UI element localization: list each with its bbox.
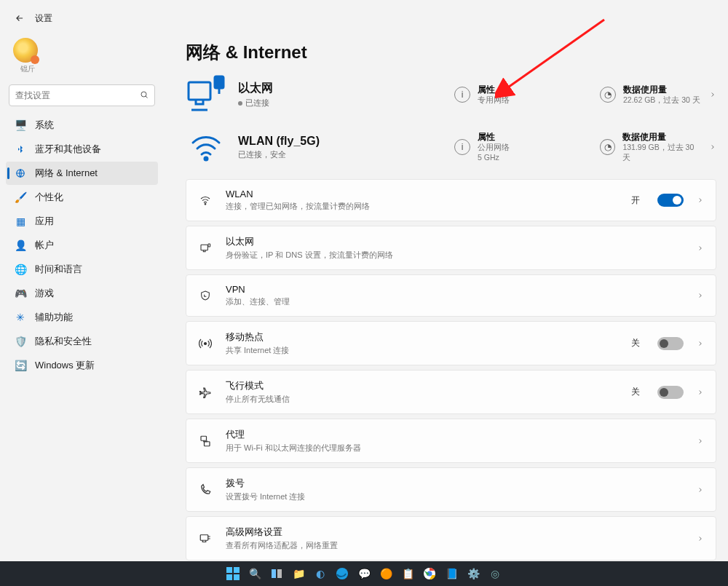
chevron-right-icon [697, 197, 704, 204]
chevron-right-icon [697, 535, 704, 542]
chevron-right-icon [709, 143, 716, 151]
row-airplane[interactable]: 飞行模式停止所有无线通信 关 [186, 371, 716, 413]
wlan-name: WLAN (fly_5G) [238, 135, 454, 148]
wifi-icon [186, 127, 226, 167]
network-icon [15, 167, 26, 179]
data-icon: ◔ [600, 139, 615, 155]
avatar-label: 锟斤 [20, 64, 151, 74]
main-content: 网络 & Internet 以太网 已连接 i 属性 专用网络 [164, 31, 728, 562]
chevron-right-icon [697, 437, 704, 445]
wlan-status: 已连接，安全 [238, 149, 286, 160]
start-button[interactable] [224, 565, 242, 582]
chevron-right-icon [709, 91, 716, 98]
svg-rect-11 [200, 534, 208, 540]
hotspot-toggle[interactable] [657, 337, 684, 350]
nav-bluetooth[interactable]: 蓝牙和其他设备 [6, 138, 158, 161]
taskbar-settings-icon[interactable]: ⚙️ [464, 565, 482, 582]
nav-privacy[interactable]: 🛡️隐私和安全性 [6, 330, 158, 353]
row-advanced[interactable]: 高级网络设置查看所有网络适配器，网络重置 [186, 517, 716, 560]
chevron-right-icon [697, 245, 704, 252]
shield-icon: 🛡️ [15, 336, 26, 347]
taskbar-app2-icon[interactable]: 🟠 [377, 565, 395, 582]
svg-rect-13 [226, 567, 232, 573]
globe-icon: 🌐 [15, 264, 26, 275]
svg-rect-15 [226, 574, 232, 580]
svg-point-19 [336, 568, 348, 579]
svg-rect-18 [277, 569, 282, 578]
ethernet-name: 以太网 [238, 81, 454, 96]
nav-apps[interactable]: ▦应用 [6, 210, 158, 233]
proxy-icon [198, 434, 213, 448]
taskbar-edge-icon[interactable] [333, 565, 351, 582]
svg-rect-2 [189, 82, 210, 100]
apps-icon: ▦ [15, 215, 26, 227]
sidebar: 锟斤 🖥️系统 蓝牙和其他设备 网络 & Internet 🖌️个性化 ▦应用 … [0, 31, 164, 562]
search-icon [140, 90, 149, 101]
airplane-icon [198, 385, 213, 400]
status-dot [238, 101, 242, 106]
search-input-wrapper[interactable] [9, 84, 155, 106]
row-vpn[interactable]: VPN添加、连接、管理 [186, 275, 716, 316]
nav-time[interactable]: 🌐时间和语言 [6, 258, 158, 281]
wlan-properties[interactable]: i 属性 公用网络 5 GHz [454, 132, 600, 162]
svg-point-4 [205, 157, 207, 160]
bluetooth-icon [15, 143, 26, 155]
taskbar-taskview-icon[interactable] [268, 565, 285, 582]
wlan-toggle[interactable] [657, 194, 684, 207]
taskbar-chrome-icon[interactable] [421, 565, 438, 582]
nav-update[interactable]: 🔄Windows 更新 [6, 354, 158, 377]
svg-point-5 [205, 204, 206, 205]
back-button[interactable] [13, 12, 26, 25]
chevron-right-icon [697, 389, 704, 396]
ethernet-properties[interactable]: i 属性 专用网络 [454, 84, 600, 105]
taskbar-wechat-icon[interactable]: 💬 [355, 565, 373, 582]
nav-accessibility[interactable]: ✳辅助功能 [6, 306, 158, 329]
row-wlan[interactable]: WLAN连接，管理已知网络，按流量计费的网络 开 [186, 180, 716, 221]
nav-system[interactable]: 🖥️系统 [6, 114, 158, 137]
taskbar-app5-icon[interactable]: ◎ [486, 565, 504, 582]
search-input[interactable] [15, 90, 140, 100]
nav-list: 🖥️系统 蓝牙和其他设备 网络 & Internet 🖌️个性化 ▦应用 👤帐户… [6, 114, 158, 377]
chevron-right-icon [697, 486, 704, 494]
update-icon: 🔄 [15, 360, 26, 371]
svg-rect-10 [205, 441, 210, 446]
taskbar-app1-icon[interactable]: ◐ [312, 565, 329, 582]
nav-accounts[interactable]: 👤帐户 [6, 234, 158, 257]
taskbar-app3-icon[interactable]: 📋 [399, 565, 416, 582]
svg-rect-16 [234, 574, 240, 580]
row-ethernet[interactable]: 以太网身份验证，IP 和 DNS 设置，按流量计费的网络 [186, 226, 716, 269]
svg-point-0 [141, 92, 146, 97]
vpn-icon [198, 288, 213, 303]
system-icon: 🖥️ [15, 119, 26, 131]
row-proxy[interactable]: 代理用于 Wi-Fi 和以太网连接的代理服务器 [186, 419, 716, 462]
row-hotspot[interactable]: 移动热点共享 Internet 连接 关 [186, 322, 716, 365]
wifi-small-icon [198, 193, 213, 207]
page-title: 网络 & Internet [186, 41, 716, 64]
advanced-icon [198, 531, 213, 546]
ethernet-icon [186, 74, 226, 115]
avatar[interactable] [13, 38, 38, 63]
ethernet-small-icon [198, 241, 213, 256]
nav-gaming[interactable]: 🎮游戏 [6, 282, 158, 305]
connection-wlan: WLAN (fly_5G) 已连接，安全 i 属性 公用网络 5 GHz ◔ 数… [186, 127, 716, 167]
dialup-icon [198, 483, 213, 497]
svg-rect-6 [201, 245, 207, 250]
row-dialup[interactable]: 拨号设置拨号 Internet 连接 [186, 468, 716, 511]
wlan-data-usage[interactable]: ◔ 数据使用量 131.99 GB，过去 30 天 [600, 132, 716, 162]
chevron-right-icon [697, 340, 704, 347]
ethernet-data-usage[interactable]: ◔ 数据使用量 22.62 GB，过去 30 天 [600, 84, 716, 105]
taskbar-app4-icon[interactable]: 📘 [443, 565, 460, 582]
svg-point-8 [205, 342, 207, 344]
header-title: 设置 [35, 12, 52, 25]
taskbar: 🔍 📁 ◐ 💬 🟠 📋 📘 ⚙️ ◎ [0, 561, 728, 586]
nav-personalization[interactable]: 🖌️个性化 [6, 186, 158, 209]
svg-rect-9 [201, 436, 207, 440]
hotspot-icon [198, 336, 213, 351]
taskbar-search-icon[interactable]: 🔍 [246, 565, 264, 582]
nav-network[interactable]: 网络 & Internet [6, 162, 158, 185]
brush-icon: 🖌️ [15, 191, 26, 203]
airplane-toggle[interactable] [657, 386, 684, 399]
accessibility-icon: ✳ [15, 312, 26, 323]
chevron-right-icon [697, 292, 704, 299]
taskbar-explorer-icon[interactable]: 📁 [290, 565, 307, 582]
